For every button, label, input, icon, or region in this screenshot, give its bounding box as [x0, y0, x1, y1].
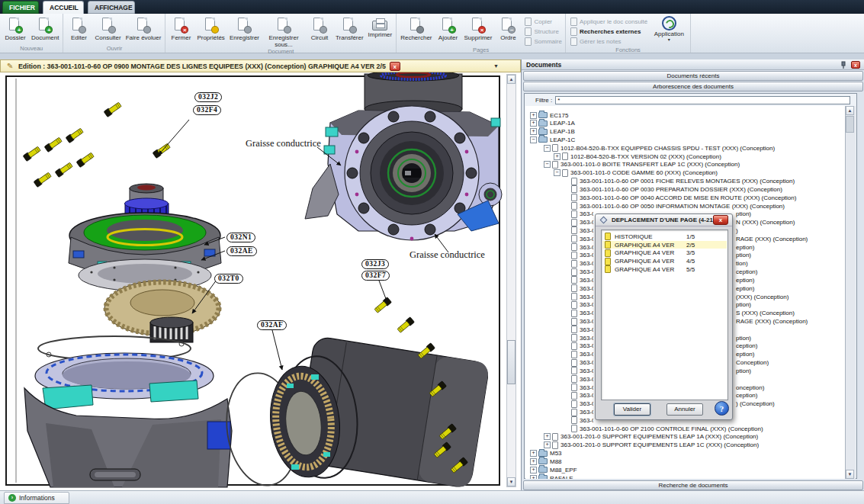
tree-expander-icon[interactable]: + [530, 467, 537, 474]
dialog-page-list[interactable]: HISTORIQUE1/5GRAPHIQUE A4 VER2/5GRAPHIQU… [601, 230, 728, 400]
ribbon-button-propri-t-s[interactable]: Propriétés [194, 14, 226, 48]
scrollbar-thumb[interactable] [846, 116, 854, 133]
tree-item-leap-1c[interactable]: −LEAP-1C [525, 136, 846, 143]
scroll-down-icon[interactable]: ▼ [846, 470, 854, 479]
tree-item-m53[interactable]: +M53 [525, 450, 846, 457]
tree-item-363-001-101-0-boite-transfert-leap-1c-xxx-concep[interactable]: −363-001-101-0 BOITE TRANSFERT LEAP 1C (… [525, 161, 846, 169]
tree-scrollbar[interactable]: ▲ ▼ [845, 106, 856, 479]
ribbon-button-sommaire[interactable]: Sommaire [525, 37, 561, 47]
informations-tab[interactable]: › Informations [4, 492, 69, 504]
tree-item-1012-b04-520-b-txx-version-02-xxx-conception[interactable]: +1012-B04-520-B-TXX VERSION 02 (XXX) (Co… [525, 152, 846, 160]
tree-item-label: LEAP-1C [550, 136, 575, 143]
tree-expander-icon[interactable]: + [530, 112, 537, 119]
ribbon-button-application[interactable]: Application▾ [649, 14, 689, 47]
tab-accueil[interactable]: ACCUEIL [43, 1, 84, 14]
tree-item-leap-1b[interactable]: +LEAP-1B [525, 128, 846, 136]
dialog-page-row-1[interactable]: HISTORIQUE1/5 [602, 233, 727, 241]
tree-item-ec175[interactable]: +EC175 [525, 111, 846, 119]
tree-item-363-001-101-0-code-gamme-60-xxx-conception[interactable]: −363-001-101-0 CODE GAMME 60 (XXX) (Conc… [525, 169, 846, 177]
ribbon-button-ordre[interactable]: −Ordre [494, 14, 522, 47]
filter-input[interactable] [555, 96, 850, 104]
annuler-button[interactable]: Annuler [666, 403, 703, 416]
document-icon [562, 152, 568, 160]
ribbon-button-transf-rer[interactable]: Transférer [333, 14, 366, 48]
part-label-032t0: 032T0 [214, 274, 243, 284]
tab-fichier[interactable]: FICHIER [2, 1, 39, 14]
ribbon-button-imprimer[interactable]: Imprimer [366, 14, 395, 48]
drawing-vertical-scrollbar[interactable]: ▲ ▼ [506, 74, 516, 487]
tree-expander-icon[interactable]: + [530, 475, 537, 479]
ribbon-button-fermer[interactable]: ×Fermer [167, 14, 194, 48]
folder-icon [538, 451, 548, 457]
panel-close-icon[interactable]: x [851, 61, 860, 69]
tree-expander-icon[interactable]: − [554, 169, 560, 176]
ribbon-button-structure[interactable]: Structure [525, 27, 561, 37]
ribbon-button-label: Rechercher [400, 35, 432, 42]
dialog-page-row-2[interactable]: GRAPHIQUE A4 VER2/5 [602, 241, 727, 249]
tree-item-label: 363-001-101-0 CODE GAMME 60 (XXX) (Conce… [570, 169, 718, 176]
tree-item-363-001-101-0-60-op-2100-controle-final-xxx-conc[interactable]: 363-001-101-0-60 OP 2100 CONTROLE FINAL … [525, 425, 846, 432]
tree-expander-icon[interactable]: + [530, 120, 537, 127]
tree-item-363-001-101-0-60-op-0050-information-montage-xxx[interactable]: 363-001-101-0-60 OP 0050 INFORMATION MON… [525, 202, 846, 210]
ribbon-button-appliquer-le-doc-consult[interactable]: Appliquer le doc consulté [570, 17, 647, 27]
tree-expander-icon[interactable]: − [544, 161, 551, 168]
document-icon [552, 441, 558, 449]
tree-item-363-001-101-0-60-op-0040-accord-de-mise-en-route[interactable]: 363-001-101-0-60 OP 0040 ACCORD DE MISE … [525, 194, 846, 201]
tree-item-m88-epf[interactable]: +M88_EPF [525, 466, 846, 474]
ribbon-button-label: Circuit [308, 35, 331, 42]
tree-expander-icon[interactable]: + [530, 458, 537, 465]
tree-expander-icon[interactable]: − [530, 136, 537, 143]
ribbon-button-circuit[interactable]: Circuit [306, 14, 333, 48]
window-menu-caret-icon[interactable]: ▼ [493, 63, 499, 69]
ribbon-button-copier[interactable]: Copier [525, 17, 561, 27]
pin-icon[interactable] [840, 61, 847, 69]
scrollbar-thumb[interactable] [507, 340, 516, 384]
ribbon-button-label: Ajouter [437, 35, 460, 42]
tree-item-1012-b04-520-b-txx-equipped-chassis-spdu-test-xx[interactable]: −1012-B04-520-B-TXX EQUIPPED CHASSIS SPD… [525, 144, 846, 152]
dialog-page-row-5[interactable]: GRAPHIQUE A4 VER5/5 [602, 265, 727, 274]
ribbon-button-label: Consulter [95, 35, 120, 42]
tree-expander-icon[interactable]: + [544, 433, 551, 440]
section-recherche-documents[interactable]: Recherche de documents [523, 480, 863, 490]
ribbon-button-rechercher[interactable]: Rechercher [398, 14, 434, 47]
ribbon-button-ajouter[interactable]: +Ajouter [435, 14, 462, 47]
document-sheet-icon [525, 18, 532, 26]
tree-item-363-001-201-0-support-equipements-leap-1c-xxx-co[interactable]: +363-001-201-0 SUPPORT EQUIPEMENTS LEAP … [525, 441, 846, 449]
scroll-down-icon[interactable]: ▼ [507, 477, 516, 486]
help-button[interactable]: ? [715, 401, 729, 416]
dialog-close-icon[interactable]: x [713, 215, 728, 225]
tree-item-rafale[interactable]: +RAFALE [525, 474, 846, 479]
documents-panel-title: Documents [526, 61, 561, 69]
ribbon-button-supprimer[interactable]: ×Supprimer [462, 14, 495, 47]
valider-button[interactable]: Valider [614, 403, 650, 416]
ribbon-button-g-rer-les-notes[interactable]: Gérer les notes [570, 37, 647, 47]
dialog-page-row-3[interactable]: GRAPHIQUE A4 VER3/5 [602, 249, 727, 258]
tree-expander-icon[interactable]: − [544, 145, 551, 152]
dialog-page-row-4[interactable]: GRAPHIQUE A4 VER4/5 [602, 257, 727, 265]
tree-item-leap-1a[interactable]: +LEAP-1A [525, 120, 846, 127]
section-documents-recents[interactable]: Documents récents [523, 71, 863, 81]
tree-expander-icon[interactable]: + [554, 153, 560, 160]
tree-item-363-001-101-0-60-op-0001-fiche-releves-montages-[interactable]: 363-001-101-0-60 OP 0001 FICHE RELEVES M… [525, 178, 846, 185]
tree-item-m88[interactable]: +M88 [525, 457, 846, 465]
section-arborescence[interactable]: Arborescence des documents [523, 82, 863, 91]
ribbon-button-document[interactable]: +Document [29, 14, 61, 45]
tree-expander-icon[interactable]: + [530, 450, 537, 457]
ribbon-button-enregistrer[interactable]: Enregistrer [227, 14, 262, 48]
ribbon-button-dossier[interactable]: +Dossier [2, 14, 29, 45]
tree-expander-icon[interactable]: + [544, 441, 551, 448]
ribbon-button-recherches-externes[interactable]: Recherches externes [570, 27, 647, 37]
tree-item-363-001-201-0-support-equipements-leap-1a-xxx-co[interactable]: +363-001-201-0 SUPPORT EQUIPEMENTS LEAP … [525, 433, 846, 441]
ribbon-button-enregistrer-sous[interactable]: Enregistrer sous... [262, 14, 306, 48]
document-icon [571, 268, 577, 276]
tab-affichage[interactable]: AFFICHAGE [88, 1, 135, 14]
document-close-icon[interactable]: x [390, 62, 400, 71]
ribbon-button-consulter[interactable]: Consulter [92, 14, 123, 45]
scroll-up-icon[interactable]: ▲ [846, 106, 854, 115]
ribbon-group-nouveau: +Dossier+DocumentNouveau [0, 14, 63, 53]
tree-item-363-001-101-0-60-op-0030-preparation-dossier-xxx[interactable]: 363-001-101-0-60 OP 0030 PREPARATION DOS… [525, 185, 846, 193]
ribbon-button-faire-voluer[interactable]: Faire évoluer [124, 14, 164, 45]
tree-expander-icon[interactable]: + [530, 128, 537, 135]
ribbon-button-editer[interactable]: Editer [65, 14, 92, 45]
scroll-up-icon[interactable]: ▲ [507, 75, 516, 84]
